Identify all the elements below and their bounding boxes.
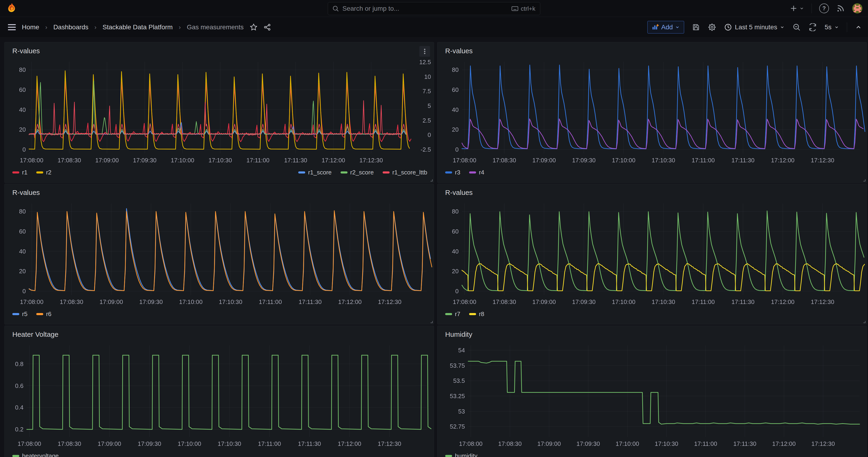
legend-label: r3 (455, 169, 460, 176)
refresh-interval-picker[interactable]: 5s (825, 24, 839, 31)
panel-resize-handle[interactable] (429, 319, 433, 323)
breadcrumb-separator: › (45, 24, 48, 31)
breadcrumb-separator: › (94, 24, 96, 31)
panel-resize-handle[interactable] (862, 178, 866, 182)
collapse-toolbar-button[interactable] (855, 24, 862, 31)
legend-item-r2_score[interactable]: r2_score (341, 169, 374, 176)
chart-canvas[interactable] (437, 201, 867, 309)
legend-group-right: r1_scorer2_scorer1_score_lttb (298, 169, 427, 176)
panel-title[interactable]: Heater Voltage (12, 331, 58, 338)
panel-resize-handle[interactable] (429, 178, 433, 182)
top-nav-bar: ctrl+k ? (0, 0, 868, 17)
panel-title[interactable]: Humidity (445, 331, 472, 338)
legend-item-r6[interactable]: r6 (36, 310, 51, 318)
legend-label: r1_score (308, 169, 332, 176)
legend-swatch (383, 172, 390, 174)
panel-title[interactable]: R-values (12, 47, 40, 55)
legend-label: r2 (46, 169, 51, 176)
chart-canvas[interactable] (5, 59, 434, 168)
grafana-logo-icon[interactable] (6, 3, 18, 14)
star-icon (250, 23, 257, 31)
search-icon (332, 5, 339, 12)
global-search: ctrl+k (328, 2, 540, 15)
legend-group-left: heatervoltage (12, 452, 59, 457)
legend-item-heatervoltage[interactable]: heatervoltage (12, 452, 59, 457)
zoom-out-icon (793, 23, 801, 31)
legend-group-left: r5r6 (12, 310, 51, 318)
panel-r-values-0: R-valuesr1r2r1_scorer2_scorer1_score_ltt… (4, 42, 434, 183)
favorite-button[interactable] (250, 23, 257, 31)
legend-item-r8[interactable]: r8 (469, 310, 484, 318)
legend-item-r1_score_lttb[interactable]: r1_score_lttb (383, 169, 427, 176)
chart-canvas[interactable] (5, 342, 434, 451)
rss-icon (836, 4, 845, 12)
search-input[interactable] (339, 5, 512, 12)
legend-swatch (12, 455, 19, 457)
legend-label: r6 (46, 310, 51, 318)
breadcrumb-home[interactable]: Home (22, 24, 39, 31)
panel-resize-handle[interactable] (862, 319, 866, 323)
legend-label: r1_score_lttb (393, 169, 427, 176)
save-icon (692, 23, 700, 31)
add-panel-icon (652, 24, 659, 30)
nav-divider (811, 3, 812, 13)
legend-item-r4[interactable]: r4 (469, 169, 484, 176)
breadcrumb-separator: › (179, 24, 181, 31)
chart-canvas[interactable] (5, 201, 434, 309)
panel-legend: humidity (445, 452, 860, 457)
legend-swatch (445, 455, 452, 457)
new-dashboard-button[interactable] (790, 4, 804, 12)
chart-canvas[interactable] (437, 59, 867, 168)
chevron-down-icon (799, 6, 804, 11)
zoom-out-button[interactable] (793, 23, 801, 31)
time-range-picker[interactable]: Last 5 minutes (724, 23, 784, 31)
share-button[interactable] (264, 23, 272, 31)
refresh-button[interactable] (809, 23, 817, 31)
legend-item-r5[interactable]: r5 (12, 310, 27, 318)
legend-item-r7[interactable]: r7 (445, 310, 460, 318)
search-shortcut: ctrl+k (512, 5, 535, 12)
add-button[interactable]: Add (647, 21, 684, 33)
save-dashboard-button[interactable] (692, 23, 700, 31)
refresh-icon (809, 23, 817, 31)
help-button[interactable]: ? (819, 3, 829, 13)
panel-legend: r1r2r1_scorer2_scorer1_score_lttb (12, 169, 427, 176)
avatar[interactable] (852, 3, 862, 13)
legend-label: r1 (22, 169, 27, 176)
legend-group-left: r7r8 (445, 310, 484, 318)
legend-swatch (12, 172, 19, 174)
breadcrumb-bar: Home › Dashboards › Stackable Data Platf… (0, 17, 868, 38)
chevron-down-icon (780, 25, 784, 30)
legend-item-r1[interactable]: r1 (12, 169, 27, 176)
panel-title[interactable]: R-values (12, 189, 40, 196)
news-button[interactable] (836, 4, 845, 12)
panel-r-values-1: R-valuesr3r4 (437, 42, 867, 183)
breadcrumb-dashboards[interactable]: Dashboards (53, 24, 88, 31)
legend-label: heatervoltage (22, 452, 59, 457)
help-icon: ? (819, 3, 829, 13)
legend-item-r1_score[interactable]: r1_score (298, 169, 332, 176)
legend-item-humidity[interactable]: humidity (445, 452, 477, 457)
panel-r-values-3: R-valuesr7r8 (437, 184, 867, 325)
panel-legend: r5r6 (12, 310, 427, 318)
legend-label: r5 (22, 310, 27, 318)
panel-title[interactable]: R-values (445, 47, 473, 55)
keyboard-icon (512, 5, 518, 12)
dashboard-settings-button[interactable] (708, 23, 716, 31)
legend-swatch (12, 313, 19, 315)
legend-group-left: r1r2 (12, 169, 51, 176)
legend-swatch (469, 172, 476, 174)
legend-label: humidity (455, 452, 477, 457)
panel-title[interactable]: R-values (445, 189, 473, 196)
breadcrumb-folder[interactable]: Stackable Data Platform (102, 24, 173, 31)
dashboard-grid: R-valuesr1r2r1_scorer2_scorer1_score_ltt… (0, 37, 868, 457)
panel-legend: heatervoltage (12, 452, 427, 457)
panel-menu-button[interactable] (420, 46, 430, 57)
legend-item-r2[interactable]: r2 (36, 169, 51, 176)
share-icon (264, 23, 272, 31)
legend-item-r3[interactable]: r3 (445, 169, 460, 176)
plus-icon (790, 4, 798, 12)
legend-swatch (445, 172, 452, 174)
menu-button[interactable] (8, 24, 16, 31)
chart-canvas[interactable] (437, 342, 867, 451)
